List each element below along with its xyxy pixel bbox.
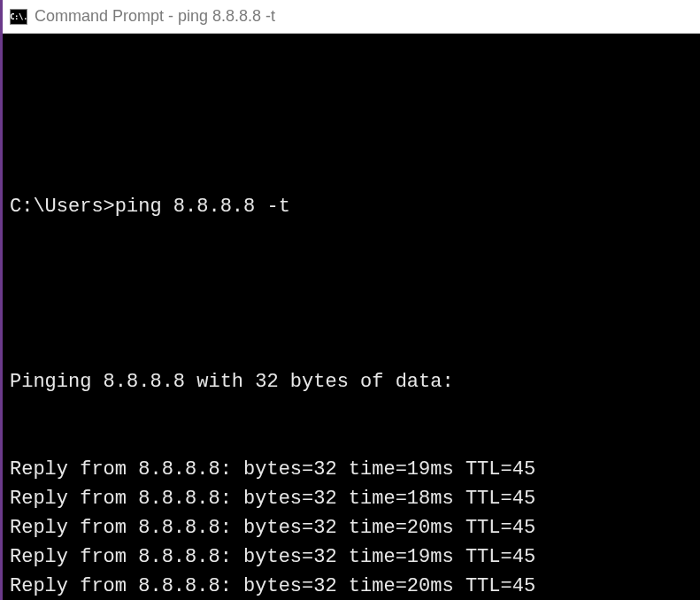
window-title: Command Prompt - ping 8.8.8.8 -t xyxy=(35,7,275,26)
ping-reply-line: Reply from 8.8.8.8: bytes=32 time=20ms T… xyxy=(10,572,693,600)
prompt-text: C:\Users> xyxy=(10,196,115,218)
ping-reply-line: Reply from 8.8.8.8: bytes=32 time=19ms T… xyxy=(10,542,693,572)
terminal-output[interactable]: C:\Users>ping 8.8.8.8 -t Pinging 8.8.8.8… xyxy=(3,34,700,600)
blank-line xyxy=(10,104,693,134)
command-line: C:\Users>ping 8.8.8.8 -t xyxy=(10,192,693,221)
ping-reply-line: Reply from 8.8.8.8: bytes=32 time=20ms T… xyxy=(10,513,693,542)
command-text: ping 8.8.8.8 -t xyxy=(115,196,290,218)
window-titlebar: C:\. Command Prompt - ping 8.8.8.8 -t xyxy=(3,0,700,34)
ping-replies: Reply from 8.8.8.8: bytes=32 time=19ms T… xyxy=(10,455,693,600)
cmd-icon: C:\. xyxy=(10,9,27,25)
ping-reply-line: Reply from 8.8.8.8: bytes=32 time=19ms T… xyxy=(10,455,693,484)
ping-header: Pinging 8.8.8.8 with 32 bytes of data: xyxy=(10,367,693,396)
blank-line xyxy=(10,280,693,309)
ping-reply-line: Reply from 8.8.8.8: bytes=32 time=18ms T… xyxy=(10,484,693,513)
